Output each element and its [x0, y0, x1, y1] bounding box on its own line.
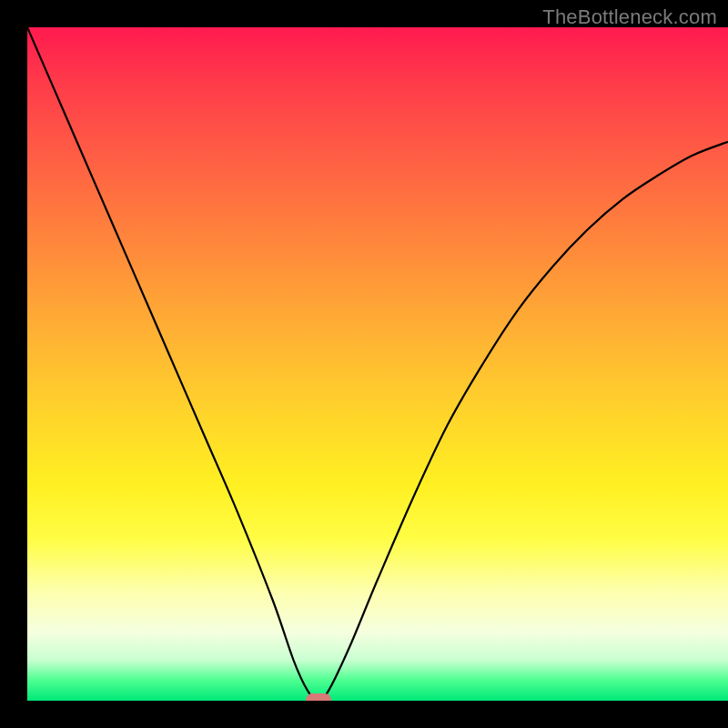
- bottleneck-curve: [27, 27, 728, 701]
- curve-path: [27, 27, 728, 701]
- watermark-text: TheBottleneck.com: [542, 5, 717, 29]
- plot-area: [27, 27, 728, 701]
- optimum-marker: [306, 693, 331, 701]
